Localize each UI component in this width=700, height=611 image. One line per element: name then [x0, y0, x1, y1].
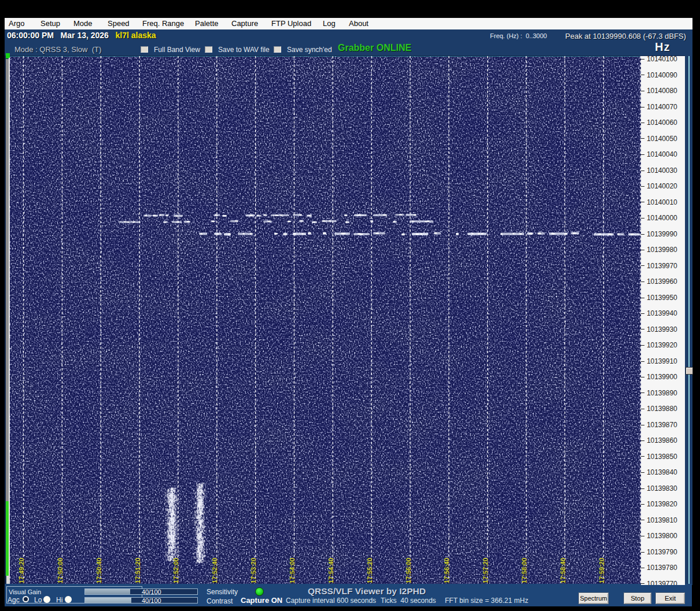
- svg-text:17:52:00: 17:52:00: [172, 558, 179, 583]
- svg-text:17:51:20: 17:51:20: [134, 558, 141, 583]
- svg-text:17:50:00: 17:50:00: [57, 558, 64, 583]
- svg-text:17:56:00: 17:56:00: [405, 558, 412, 583]
- svg-text:17:49:20: 17:49:20: [18, 558, 25, 583]
- svg-text:17:55:20: 17:55:20: [366, 558, 373, 583]
- svg-text:17:50:40: 17:50:40: [95, 558, 102, 583]
- svg-text:17:54:40: 17:54:40: [327, 558, 334, 583]
- svg-text:17:58:40: 17:58:40: [559, 558, 566, 583]
- svg-text:17:57:20: 17:57:20: [482, 558, 489, 583]
- svg-text:17:58:00: 17:58:00: [521, 558, 528, 583]
- svg-text:17:53:20: 17:53:20: [250, 558, 257, 583]
- svg-text:17:56:40: 17:56:40: [443, 558, 450, 583]
- svg-text:17:52:40: 17:52:40: [211, 558, 218, 583]
- svg-text:17:59:20: 17:59:20: [598, 558, 605, 583]
- svg-text:17:54:00: 17:54:00: [289, 558, 296, 583]
